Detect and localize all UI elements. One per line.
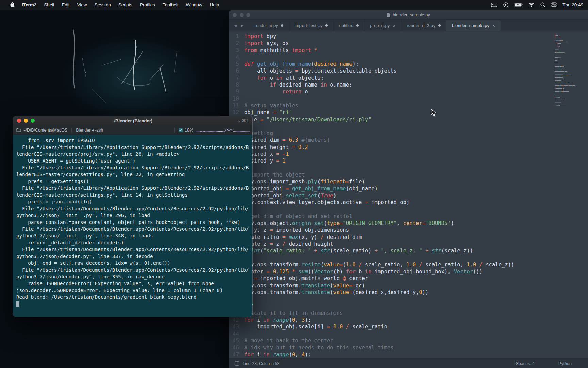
code-line[interactable]: 17desired_height = 0.2 [229, 144, 588, 151]
code-line[interactable]: 34bpy.ops.transform.resize(value=(1.0 / … [229, 261, 588, 268]
menu-scripts[interactable]: Scripts [115, 2, 136, 7]
code-line[interactable]: 42for i in range(0, 3): [229, 317, 588, 323]
app-menu-iterm2[interactable]: iTerm2 [18, 2, 40, 7]
code-line[interactable]: 38bpy.ops.transform.translate(value=(des… [229, 289, 588, 296]
code-line[interactable]: 20 [229, 165, 588, 171]
code-line[interactable]: 19desired_y = 1 [229, 157, 588, 164]
menu-view[interactable]: View [74, 2, 91, 7]
working-directory[interactable]: ~/D/B/Contents/MacOS [23, 128, 67, 133]
code-line[interactable]: 28bpy.ops.object.origin_set(type="ORIGIN… [229, 220, 588, 227]
code-line[interactable]: 47for i in range(0, 4): [229, 351, 588, 358]
control-center-icon[interactable] [551, 2, 557, 7]
code-line[interactable]: 3from mathutils import * [229, 47, 588, 54]
tab-close-icon[interactable]: × [393, 23, 395, 28]
code-line[interactable]: 45# move it back to the center [229, 337, 588, 344]
code-line[interactable]: 21# import the object [229, 171, 588, 178]
code-line[interactable]: 26 [229, 206, 588, 213]
code-line[interactable]: 15# setting [229, 130, 588, 137]
code-line[interactable]: 22bpy.ops.import_mesh.ply(filepath=file) [229, 178, 588, 185]
record-indicator-icon[interactable] [491, 3, 497, 7]
code-line[interactable]: 16desired_dim = 6.3 #(meters) [229, 137, 588, 143]
code-line[interactable]: 30scale_ratio = max(x, y) / desired_dim [229, 234, 588, 241]
tab-scroll-right-icon[interactable]: ▶ [241, 24, 244, 27]
code-line[interactable]: 40""" [229, 303, 588, 310]
tab-blender_sample-py[interactable]: blender_sample.py× [446, 20, 501, 31]
session-name[interactable]: Blender ◂ -zsh [76, 127, 103, 133]
tab-untitled[interactable]: untitled [333, 20, 364, 31]
menu-window[interactable]: Window [182, 2, 206, 7]
minimize-window-button[interactable] [240, 13, 244, 17]
menu-shell[interactable]: Shell [40, 2, 58, 7]
tab-scroll-left-icon[interactable]: ◀ [234, 24, 237, 27]
terminal-titlebar[interactable]: ./Blender (Blender) ⌥⌘1 [13, 116, 252, 125]
terminal-output[interactable]: from .srv import EPSGIO File "/Users/tri… [13, 135, 252, 317]
code-line[interactable]: 41# scale it to fit in dimensions [229, 310, 588, 317]
code-line[interactable]: 36gc = imported_obj.matrix_world @ cente… [229, 275, 588, 282]
code-line[interactable]: 29x, y, z = imported_obj.dimensions [229, 227, 588, 233]
code-line[interactable]: 13file = "/Users/tristan/Downloads/ri.pl… [229, 116, 588, 123]
menu-session[interactable]: Session [91, 2, 115, 7]
code-line[interactable]: 46# idk why but it needs to do this seve… [229, 344, 588, 351]
tab-close-icon[interactable]: × [492, 23, 495, 28]
code-line[interactable]: 4 [229, 54, 588, 61]
code-line[interactable]: 7 for o in all_objects: [229, 75, 588, 81]
zoom-window-button[interactable] [31, 119, 35, 123]
code-line[interactable]: 9 return o [229, 88, 588, 95]
code-line[interactable]: 33 [229, 255, 588, 261]
wifi-icon[interactable] [528, 3, 535, 7]
close-window-button[interactable] [17, 119, 21, 123]
indentation-setting[interactable]: Spaces: 4 [516, 361, 535, 366]
code-line[interactable]: 27# get dim of object and set ratio1 [229, 213, 588, 220]
minimap[interactable] [555, 34, 581, 107]
tab-prep_ri-py[interactable]: prep_ri.py× [364, 20, 401, 31]
menu-profiles[interactable]: Profiles [136, 2, 159, 7]
code-line[interactable]: 31scale_z = z / desired_height [229, 241, 588, 247]
menu-edit[interactable]: Edit [58, 2, 73, 7]
tab-import_test-py[interactable]: import_test.py [289, 20, 334, 31]
tab-dirty-dot-icon[interactable] [356, 24, 359, 27]
code-line[interactable]: 10 [229, 95, 588, 102]
editor-titlebar[interactable]: blender_sample.py [229, 10, 588, 20]
code-line[interactable]: 14 [229, 123, 588, 130]
menu-toolbelt[interactable]: Toolbelt [159, 2, 182, 7]
code-line[interactable]: 18desired_x = -1 [229, 151, 588, 157]
code-line[interactable]: 43 imported_obj.scale[i] = 1.0 / scale_r… [229, 323, 588, 330]
terminal-window[interactable]: ./Blender (Blender) ⌥⌘1 ~/D/B/Contents/M… [13, 116, 253, 317]
editor-window[interactable]: blender_sample.py ◀ ▶ render_ri.pyimport… [229, 10, 588, 368]
code-line[interactable]: 32print("scale_ratio: " + str(scale_rati… [229, 247, 588, 254]
code-editor[interactable]: 1import bpy2import sys, os3from mathutil… [229, 32, 588, 358]
battery-icon[interactable] [514, 3, 523, 7]
statusbar-divider [71, 128, 72, 133]
code-line[interactable]: 24imported_obj.select_set(True) [229, 192, 588, 199]
code-line[interactable]: 37bpy.ops.transform.translate(value=-gc) [229, 282, 588, 289]
code-line[interactable]: 25bpy.context.view_layer.objects.active … [229, 199, 588, 206]
menu-bar-clock[interactable]: Thu 20:49 [562, 2, 583, 7]
code-line[interactable]: 35center = 0.125 * sum((Vector(b) for b … [229, 268, 588, 275]
code-line[interactable]: 44 [229, 331, 588, 337]
code-line[interactable]: 23imported_obj = get_obj_from_name(obj_n… [229, 185, 588, 192]
code-line[interactable]: 6 all_objects = bpy.context.selectable_o… [229, 67, 588, 74]
code-line[interactable]: 5def get_obj_from_name(desired_name): [229, 61, 588, 67]
zoom-window-button[interactable] [246, 13, 250, 17]
now-playing-icon[interactable] [503, 2, 508, 7]
code-line[interactable]: 8 if desired_name in o.name: [229, 81, 588, 88]
code-line[interactable]: 11# setup variables [229, 102, 588, 109]
terminal-cursor[interactable] [16, 301, 19, 307]
code-line[interactable]: 1import bpy [229, 33, 588, 40]
code-line[interactable]: 39 [229, 296, 588, 303]
syntax-mode[interactable]: Python [558, 361, 572, 366]
tab-render_ri_2-py[interactable]: render_ri_2.py [401, 20, 446, 31]
tab-render_ri-py[interactable]: render_ri.py [249, 20, 289, 31]
menu-help[interactable]: Help [206, 2, 223, 7]
code-line[interactable]: 12obj_name = "ri" [229, 109, 588, 116]
panel-toggle-icon[interactable] [235, 361, 239, 366]
close-window-button[interactable] [233, 13, 237, 17]
tab-dirty-dot-icon[interactable] [438, 24, 441, 27]
spotlight-icon[interactable] [540, 2, 545, 7]
apple-menu[interactable] [6, 2, 18, 8]
code-line[interactable]: 2import sys, os [229, 40, 588, 47]
tab-label: render_ri_2.py [407, 23, 435, 28]
tab-dirty-dot-icon[interactable] [325, 24, 328, 27]
minimize-window-button[interactable] [24, 119, 28, 123]
tab-dirty-dot-icon[interactable] [281, 24, 283, 27]
